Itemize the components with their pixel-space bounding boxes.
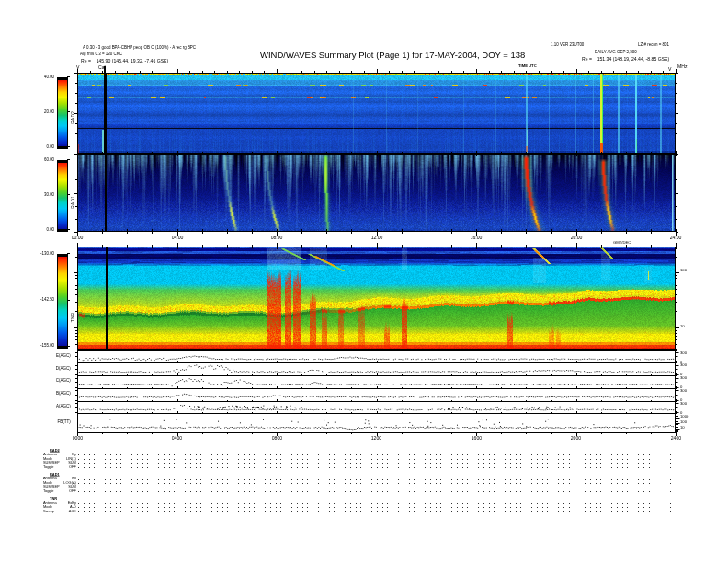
- strip-label-DAGC: D(AGC): [43, 367, 71, 371]
- annotation-left-line1: A 0.30 - 3 good BPA-CBHP peop OB O (100%…: [83, 46, 196, 50]
- strip-label-EAGC: E(AGC): [43, 354, 71, 358]
- bottom-time-label-2000: 2000: [570, 436, 582, 441]
- bottom-time-label-0400: 0400: [171, 436, 183, 441]
- strip-label-FBTT: FB(TT): [43, 420, 71, 424]
- footer-leader: [78, 459, 676, 460]
- footer-value-RAD2-Toggle: OFF: [48, 465, 76, 469]
- annotation-right-line4: Re = 151.34 (148.19, 24.44, -8.85 GSE): [582, 57, 669, 62]
- rad2-panel-label: RAD2: [72, 109, 76, 124]
- tnr-spectrogram: [77, 247, 676, 350]
- rad1-scale-mid: 30.00: [28, 193, 54, 197]
- annotation-left-line2: Alg rms 0.3 = 130 CKC: [80, 52, 122, 56]
- colorbar-rad2: [57, 77, 68, 149]
- colorbar-tnr: [57, 254, 68, 349]
- footer-leader: [78, 507, 676, 508]
- footer-leader: [78, 467, 676, 468]
- colorbar-cap-bottom: [58, 229, 67, 231]
- tnr-right-tick-10: 10: [680, 325, 685, 328]
- strip-scale-300-4: 300: [680, 402, 687, 406]
- tnr-scale-top: -130.00: [28, 252, 54, 256]
- middle-time-label-0000: 00:00: [71, 236, 84, 240]
- annotation-right-line1: 1.10 VER 23UT00: [551, 43, 584, 47]
- strip-label-AAGC: A(AGC): [43, 405, 71, 408]
- footer-leader: [78, 479, 676, 480]
- bottom-time-label-1600: 1600: [471, 436, 483, 441]
- rad2-scale-mid: 20.00: [28, 110, 54, 114]
- strip-scale-300-3: 300: [680, 389, 687, 393]
- middle-time-label-2000: 20:00: [570, 236, 583, 240]
- colorbar-cap-top: [58, 78, 67, 80]
- colorbar-gradient: [58, 255, 67, 348]
- rad1-panel-label: RAD1: [72, 194, 76, 209]
- footer-section-TNR: TNR: [50, 497, 57, 500]
- bottom-time-label-1200: 1200: [370, 436, 382, 441]
- annotation-left-line3: Re = 145.90 (145.44, 19.32, -7.46 GSE): [81, 59, 168, 63]
- marker-right: V: [668, 67, 671, 72]
- colorbar-cap-bottom: [58, 146, 67, 148]
- middle-time-label-1200: 12:00: [370, 236, 383, 240]
- footer-value-TNR-Mode: A-D: [48, 505, 76, 509]
- middle-time-label-0800: 08:00: [270, 236, 283, 240]
- strip-scale-300-1: 300: [680, 363, 687, 367]
- rad2-spectrogram: [77, 73, 676, 154]
- time-axis-title: TIME UTC: [518, 64, 537, 68]
- rad1-scale-top: 60.00: [28, 158, 54, 162]
- middle-time-label-2400: 24:00: [669, 236, 682, 240]
- annotation-right-line3: DAILY AVG OEP 2,300: [595, 51, 637, 54]
- colorbar-cap-bottom: [58, 346, 67, 348]
- agc-strip-charts: [77, 350, 676, 432]
- strip-label-CAGC: C(AGC): [43, 379, 71, 383]
- page-title: WIND/WAVES Summary Plot (Page 1) for 17-…: [260, 51, 508, 60]
- colorbar-rad1: [57, 160, 68, 232]
- strip-scale-300-2: 300: [680, 376, 687, 380]
- footer-leader: [78, 511, 676, 512]
- footer-leader: [78, 503, 676, 504]
- footer-value-RAD2-SUMSEP: SUM: [48, 461, 76, 465]
- rad1-scale-bottom: 0.00: [28, 228, 54, 232]
- rad2-scale-bottom: 0.00: [28, 145, 54, 149]
- middle-time-label-1600: 16:00: [470, 236, 483, 240]
- rad1-spectrogram: [77, 154, 676, 232]
- footer-leader: [78, 488, 676, 488]
- tnr-scale-mid: -142.50: [28, 298, 54, 302]
- strip-label-BAGC: B(AGC): [43, 392, 71, 396]
- marker-left: V: [76, 65, 79, 70]
- bottom-time-label-0800: 0800: [271, 436, 283, 441]
- footer-leader: [78, 463, 676, 464]
- annotation-right-line2: LZ # recon = 801: [638, 43, 669, 47]
- footer-leader: [78, 491, 676, 492]
- bottom-time-label-2400: 2400: [670, 436, 682, 441]
- footer-value-RAD2-Antenna: Ey: [48, 453, 76, 456]
- middle-axis-corner-label: GMT/DEC: [613, 241, 631, 245]
- footer-leader: [78, 454, 676, 455]
- footer-leader: [78, 483, 676, 484]
- colorbar-gradient: [58, 78, 67, 148]
- tt-scale-100: 100: [680, 420, 687, 424]
- tnr-scale-bottom: -155.00: [28, 344, 54, 348]
- tnr-right-tick-100: 100: [680, 269, 687, 272]
- colorbar-cap-top: [58, 255, 67, 257]
- middle-time-label-0400: 04:00: [171, 236, 184, 240]
- colorbar-gradient: [58, 161, 67, 231]
- strip-scale-300-0: 300: [680, 351, 687, 355]
- footer-value-RAD1-Toggle: OFF: [48, 489, 76, 493]
- colorbar-cap-top: [58, 161, 67, 163]
- tnr-panel-label: TNR: [72, 309, 76, 322]
- rad2-scale-top: 40.00: [28, 75, 54, 79]
- freq-unit-label: MHz: [677, 64, 688, 69]
- footer-value-TNR-Sweep: ACE: [48, 510, 76, 513]
- tt-scale-10: 10: [680, 426, 685, 430]
- bottom-time-label-0000: 0000: [72, 436, 84, 441]
- waves-summary-plot-page: A 0.30 - 3 good BPA-CBHP peop OB O (100%…: [0, 0, 728, 563]
- cal-label: Cal: [98, 65, 106, 70]
- tt-scale-1000: 1000: [680, 415, 688, 419]
